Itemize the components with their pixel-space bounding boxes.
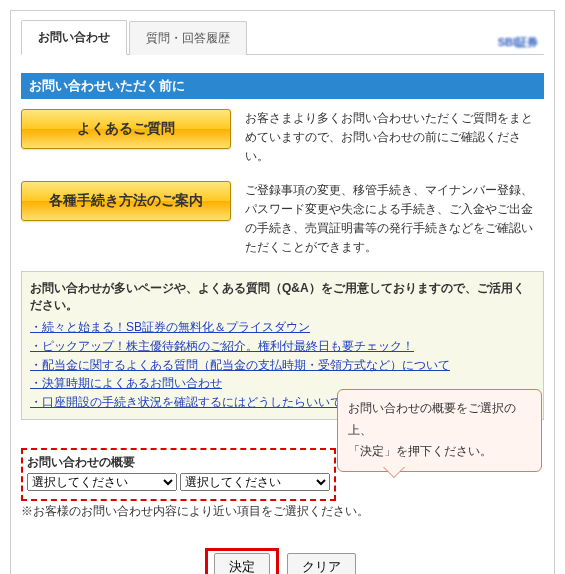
button-row: 決定 クリア: [21, 548, 544, 574]
procedures-button[interactable]: 各種手続き方法のご案内: [21, 181, 231, 221]
procedures-description: ご登録事項の変更、移管手続き、マイナンバー登録、パスワード変更や失念による手続き…: [231, 181, 544, 258]
faq-link[interactable]: ・ピックアップ！株主優待銘柄のご紹介。権利付最終日も要チェック！: [30, 337, 535, 356]
summary-note: ※お客様のお問い合わせ内容により近い項目をご選択ください。: [21, 503, 544, 520]
tab-inquiry[interactable]: お問い合わせ: [21, 20, 127, 55]
summary-title: お問い合わせの概要: [27, 454, 330, 471]
callout-balloon: お問い合わせの概要をご選択の上、 「決定」を押下ください。: [337, 389, 542, 472]
faq-links-heading: お問い合わせが多いページや、よくある質問（Q&A）をご用意しておりますので、ご活…: [30, 280, 535, 314]
summary-highlight: お問い合わせの概要 選択してください 選択してください: [21, 448, 336, 501]
submit-button[interactable]: 決定: [214, 553, 270, 574]
tab-history[interactable]: 質問・回答履歴: [129, 21, 247, 55]
section-header: お問い合わせいただく前に: [21, 73, 544, 99]
faq-button[interactable]: よくあるご質問: [21, 109, 231, 149]
callout-line: お問い合わせの概要をご選択の上、: [348, 401, 516, 437]
faq-link[interactable]: ・配当金に関するよくある質問（配当金の支払時期・受領方式など）について: [30, 356, 535, 375]
submit-highlight: 決定: [205, 548, 279, 574]
summary-select-2[interactable]: 選択してください: [180, 473, 330, 491]
tab-bar: お問い合わせ 質問・回答履歴 SBI証券: [21, 19, 544, 55]
clear-button[interactable]: クリア: [287, 553, 356, 574]
logo: SBI証券: [492, 31, 544, 54]
faq-description: お客さまより多くお問い合わせいただくご質問をまとめていますので、お問い合わせの前…: [231, 109, 544, 167]
callout-line: 「決定」を押下ください。: [348, 444, 492, 458]
summary-select-1[interactable]: 選択してください: [27, 473, 177, 491]
faq-link[interactable]: ・続々と始まる！SB証券の無料化＆プライスダウン: [30, 318, 535, 337]
